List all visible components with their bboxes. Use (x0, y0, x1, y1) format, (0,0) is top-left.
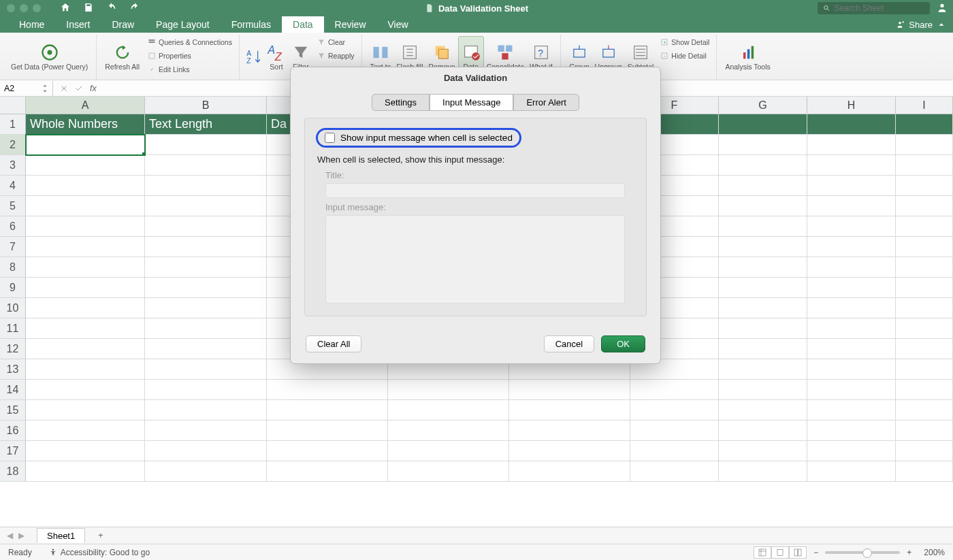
cell[interactable] (896, 298, 953, 318)
user-icon[interactable] (937, 2, 948, 15)
search-sheet-box[interactable] (818, 2, 930, 14)
sheet-nav-next-icon[interactable]: ▶ (18, 531, 25, 540)
cell[interactable] (719, 441, 807, 461)
cell[interactable] (145, 318, 267, 339)
cell[interactable] (145, 421, 267, 441)
analysis-tools-button[interactable]: Analysis Tools (722, 36, 773, 78)
selected-cell[interactable] (26, 135, 145, 155)
cell[interactable] (388, 421, 509, 441)
cell[interactable] (26, 216, 145, 237)
cell[interactable] (630, 400, 719, 421)
cell[interactable] (26, 339, 145, 359)
cell[interactable] (145, 400, 267, 421)
add-sheet-button[interactable]: + (92, 529, 109, 542)
cell[interactable] (807, 298, 896, 318)
cell[interactable] (267, 441, 388, 461)
accessibility-status[interactable]: Accessibility: Good to go (48, 548, 150, 557)
cell[interactable] (807, 135, 896, 155)
zoom-level[interactable]: 200% (924, 548, 945, 557)
cell[interactable] (509, 441, 630, 461)
cell[interactable] (145, 380, 267, 400)
cell[interactable] (896, 339, 953, 359)
cell[interactable] (896, 176, 953, 196)
edit-links-button[interactable]: Edit Links (146, 63, 233, 76)
cell[interactable] (630, 441, 719, 461)
cell[interactable] (896, 237, 953, 257)
cell[interactable] (26, 421, 145, 441)
row-header[interactable]: 4 (0, 176, 26, 196)
row-header[interactable]: 1 (0, 114, 26, 135)
tab-review[interactable]: Review (324, 16, 377, 33)
cell[interactable] (388, 441, 509, 461)
clear-all-button[interactable]: Clear All (306, 335, 361, 352)
cell[interactable] (807, 359, 896, 380)
row-header[interactable]: 17 (0, 441, 26, 461)
cell[interactable] (807, 257, 896, 278)
row-header[interactable]: 18 (0, 461, 26, 482)
row-header[interactable]: 13 (0, 359, 26, 380)
cell[interactable] (896, 257, 953, 278)
cell[interactable] (896, 359, 953, 380)
tab-formulas[interactable]: Formulas (221, 16, 282, 33)
cell[interactable] (719, 237, 807, 257)
row-header[interactable]: 12 (0, 339, 26, 359)
cell[interactable] (719, 176, 807, 196)
cell[interactable] (807, 237, 896, 257)
cell[interactable] (896, 155, 953, 176)
cell[interactable] (145, 216, 267, 237)
cell[interactable] (145, 461, 267, 482)
tab-draw[interactable]: Draw (101, 16, 145, 33)
cell[interactable] (388, 461, 509, 482)
minimize-window-icon[interactable] (20, 4, 28, 12)
row-header[interactable]: 2 (0, 135, 26, 155)
cell[interactable] (719, 278, 807, 298)
show-input-message-checkbox[interactable] (325, 133, 335, 143)
queries-connections-button[interactable]: Queries & Connections (146, 36, 233, 48)
home-icon[interactable] (60, 2, 71, 15)
refresh-all-button[interactable]: Refresh All (102, 36, 142, 78)
cell[interactable] (267, 400, 388, 421)
cell[interactable] (26, 461, 145, 482)
cell[interactable] (26, 441, 145, 461)
enter-formula-icon[interactable] (75, 84, 83, 93)
input-message-textarea[interactable] (325, 215, 625, 303)
cell[interactable] (807, 155, 896, 176)
normal-view-button[interactable] (754, 546, 771, 559)
cell[interactable] (509, 461, 630, 482)
cell[interactable] (388, 380, 509, 400)
cell[interactable] (509, 380, 630, 400)
cell[interactable] (509, 421, 630, 441)
cell[interactable] (719, 359, 807, 380)
cell[interactable] (26, 400, 145, 421)
row-header[interactable]: 15 (0, 400, 26, 421)
column-header-i[interactable]: I (896, 97, 953, 114)
cell[interactable] (145, 278, 267, 298)
tab-view[interactable]: View (377, 16, 419, 33)
cell[interactable] (26, 298, 145, 318)
cell[interactable] (26, 176, 145, 196)
maximize-window-icon[interactable] (33, 4, 41, 12)
get-data-button[interactable]: Get Data (Power Query) (8, 36, 91, 78)
cell[interactable] (630, 421, 719, 441)
cell[interactable] (896, 135, 953, 155)
sheet-tab[interactable]: Sheet1 (37, 528, 85, 543)
cell[interactable] (26, 196, 145, 216)
cell[interactable] (145, 155, 267, 176)
cell[interactable] (807, 339, 896, 359)
cell[interactable] (896, 441, 953, 461)
cell[interactable] (896, 400, 953, 421)
cell[interactable] (719, 155, 807, 176)
sheet-nav-prev-icon[interactable]: ◀ (7, 531, 13, 540)
cell[interactable] (630, 380, 719, 400)
sort-az-button[interactable]: AZ (245, 36, 264, 78)
cell[interactable] (267, 421, 388, 441)
cell[interactable] (26, 155, 145, 176)
cell[interactable] (26, 380, 145, 400)
save-icon[interactable] (83, 2, 94, 15)
cell[interactable] (26, 237, 145, 257)
cell[interactable] (145, 257, 267, 278)
redo-icon[interactable] (129, 2, 140, 15)
cell[interactable] (896, 380, 953, 400)
cell[interactable] (807, 380, 896, 400)
cancel-button[interactable]: Cancel (544, 335, 594, 352)
